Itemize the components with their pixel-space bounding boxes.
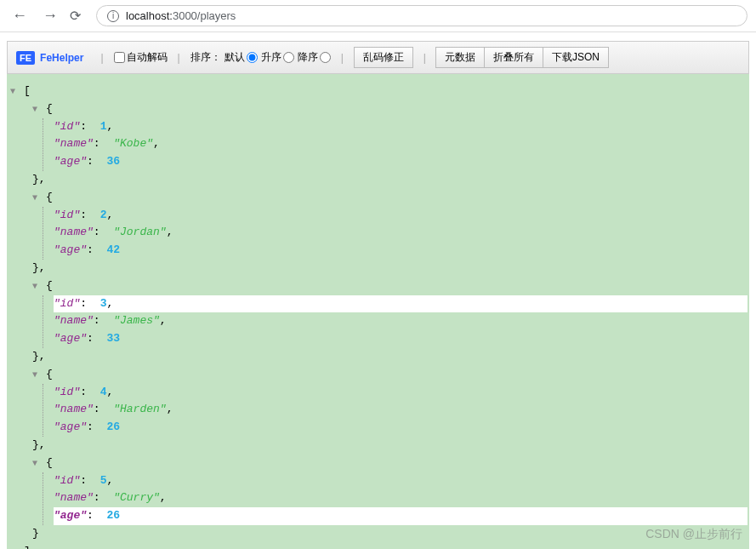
sort-default-input[interactable] — [247, 52, 258, 63]
json-object-open: ▼{ — [9, 100, 747, 118]
json-kv: "age": 42 — [54, 242, 747, 260]
sort-desc-input[interactable] — [320, 52, 331, 63]
json-kv: "age": 26 — [54, 507, 747, 525]
auto-decode-checkbox[interactable]: 自动解码 — [114, 50, 168, 65]
fehelper-logo: FE — [16, 51, 35, 65]
json-kv: "id": 3, — [54, 295, 747, 313]
auto-decode-label: 自动解码 — [127, 50, 168, 65]
json-object-open: ▼{ — [9, 189, 747, 207]
browser-nav-bar: ← → ⟳ i localhost:3000/players — [0, 0, 756, 32]
json-kv: "id": 5, — [54, 472, 747, 490]
json-kv: "name": "James", — [54, 312, 747, 330]
divider: | — [341, 52, 344, 64]
json-kv: "name": "Kobe", — [54, 135, 747, 153]
json-array-open: ▼[ — [9, 83, 747, 100]
collapse-icon[interactable]: ▼ — [32, 103, 41, 117]
sort-asc-radio[interactable]: 升序 — [261, 50, 294, 65]
button-group: 元数据 折叠所有 下载JSON — [436, 47, 609, 68]
json-object-body: "id": 2, "name": "Jordan", "age": 42 — [43, 207, 747, 260]
collapse-all-button[interactable]: 折叠所有 — [484, 47, 543, 68]
json-kv: "id": 1, — [54, 118, 747, 136]
fehelper-toolbar: FE FeHelper | 自动解码 | 排序： 默认 升序 降序 | 乱码修正… — [7, 41, 749, 74]
collapse-icon[interactable]: ▼ — [32, 192, 41, 205]
sort-asc-input[interactable] — [283, 52, 294, 63]
json-kv: "name": "Harden", — [54, 401, 747, 419]
sort-label: 排序： — [190, 50, 221, 65]
sort-default-radio[interactable]: 默认 — [225, 50, 258, 65]
json-object-open: ▼{ — [9, 277, 747, 295]
json-object-body: "id": 5, "name": "Curry", "age": 26 — [43, 472, 747, 525]
json-object-close: }, — [9, 437, 747, 455]
json-kv: "name": "Curry", — [54, 489, 747, 507]
metadata-button[interactable]: 元数据 — [435, 47, 485, 68]
json-object-close: }, — [9, 260, 747, 277]
fix-encoding-button[interactable]: 乱码修正 — [354, 47, 413, 68]
json-kv: "age": 26 — [54, 419, 747, 437]
json-kv: "id": 4, — [54, 384, 747, 402]
url-host: localhost: — [126, 9, 173, 22]
json-object-close: } — [9, 525, 747, 543]
json-kv: "age": 36 — [54, 153, 747, 171]
json-object-body: "id": 4, "name": "Harden", "age": 26 — [43, 384, 747, 437]
download-json-button[interactable]: 下载JSON — [543, 47, 609, 68]
json-viewer: ▼[ ▼{ "id": 1, "name": "Kobe", "age": 36… — [7, 74, 749, 549]
fehelper-title: FeHelper — [40, 52, 83, 64]
json-kv: "name": "Jordan", — [54, 224, 747, 242]
reload-icon[interactable]: ⟳ — [70, 8, 81, 24]
json-object-close: }, — [9, 171, 747, 189]
json-kv: "id": 2, — [54, 207, 747, 225]
info-icon[interactable]: i — [107, 10, 119, 22]
collapse-icon[interactable]: ▼ — [32, 280, 41, 294]
divider: | — [178, 52, 180, 64]
json-object-body: "id": 1, "name": "Kobe", "age": 36 — [43, 118, 747, 171]
url-path: 3000/players — [173, 9, 236, 22]
auto-decode-input[interactable] — [114, 52, 125, 63]
json-array-close: ] — [9, 543, 747, 549]
watermark: CSDN @止步前行 — [645, 527, 742, 542]
json-object-open: ▼{ — [9, 366, 747, 384]
json-object-body: "id": 3, "name": "James", "age": 33 — [43, 295, 747, 348]
sort-group: 排序： 默认 升序 降序 — [190, 50, 331, 65]
divider: | — [100, 52, 103, 64]
collapse-icon[interactable]: ▼ — [10, 85, 19, 99]
collapse-icon[interactable]: ▼ — [32, 369, 41, 382]
json-object-close: }, — [9, 348, 747, 366]
forward-icon[interactable]: → — [39, 7, 61, 25]
back-icon[interactable]: ← — [9, 7, 31, 25]
url-bar[interactable]: i localhost:3000/players — [96, 5, 747, 26]
collapse-icon[interactable]: ▼ — [32, 457, 41, 471]
divider: | — [423, 52, 426, 64]
json-kv: "age": 33 — [54, 330, 747, 348]
json-object-open: ▼{ — [9, 455, 747, 472]
sort-desc-radio[interactable]: 降序 — [298, 50, 331, 65]
